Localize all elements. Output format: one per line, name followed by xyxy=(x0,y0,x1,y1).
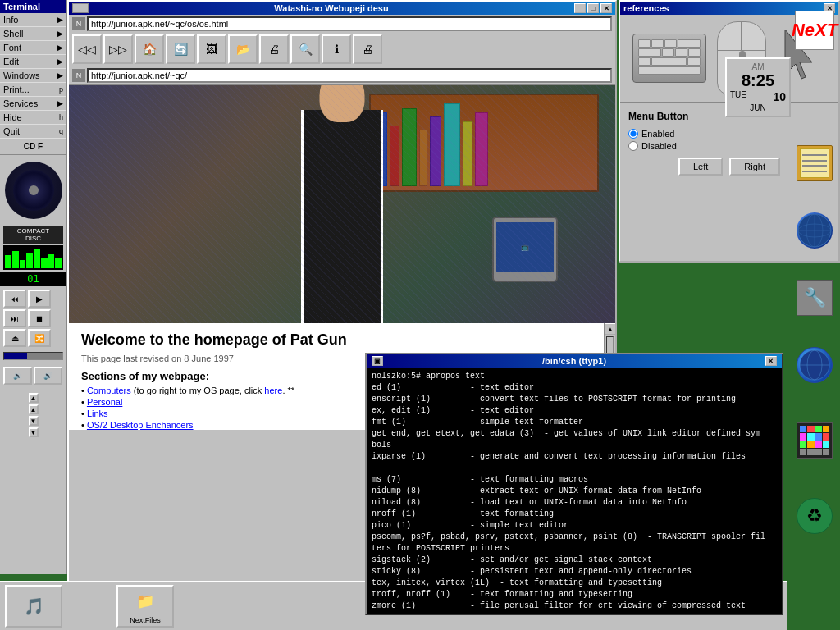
progress-bar[interactable] xyxy=(3,352,63,360)
clock-day: TUE xyxy=(730,90,746,103)
btn-reload[interactable]: 🔄 xyxy=(166,34,195,64)
windows-arrow: ▶ xyxy=(57,71,63,80)
menu-shell[interactable]: Shell ▶ xyxy=(0,27,66,41)
eq-display xyxy=(3,245,63,270)
prev-btn[interactable]: ⏮ xyxy=(3,290,26,308)
vol-up-btn[interactable]: 🔊 xyxy=(34,367,62,385)
menu-hide[interactable]: Hide h xyxy=(0,111,66,125)
scroll-up[interactable]: ▲ xyxy=(605,323,615,335)
scroll-mid2-btn[interactable]: ▼ xyxy=(29,416,39,426)
computers-link[interactable]: Computers xyxy=(87,386,131,395)
services-arrow: ▶ xyxy=(57,99,63,107)
next-icon[interactable]: NeXT xyxy=(792,2,837,59)
webpage-image: 📺 xyxy=(69,85,615,323)
tools-icon[interactable]: 🔧 xyxy=(792,269,837,326)
btn-info[interactable]: ℹ xyxy=(322,34,351,64)
browser-toolbar: ◁◁ ▷▷ 🏠 🔄 🖼 📂 🖨 🔍 xyxy=(69,33,615,66)
grid-icon[interactable] xyxy=(792,412,837,469)
close-btn[interactable]: ✕ xyxy=(600,3,612,13)
terminal-sidebar: Terminal Info ▶ Shell ▶ Font ▶ Edit ▶ Wi… xyxy=(0,0,67,574)
url-bar-2: N xyxy=(69,66,615,85)
scroll-mid-btn[interactable]: ▲ xyxy=(29,404,39,414)
shuffle-btn[interactable]: 🔀 xyxy=(28,329,51,347)
quit-shortcut: q xyxy=(59,127,63,135)
terminal-title: Terminal xyxy=(0,0,66,13)
right-button[interactable]: Right xyxy=(729,158,780,176)
clock-widget: AM 8:25 TUE 10 JUN xyxy=(725,57,791,117)
left-button[interactable]: Left xyxy=(678,158,723,176)
shell-window: ▣ /bin/csh (ttyp1) ✕ nolszko:5# apropos … xyxy=(365,353,783,615)
btn-images[interactable]: 🖼 xyxy=(197,34,226,64)
scroll-up-btn[interactable]: ▲ xyxy=(29,393,39,403)
btn-open[interactable]: 📂 xyxy=(228,34,258,64)
minimize-btn[interactable]: _ xyxy=(574,3,586,13)
btn-find[interactable]: 🔍 xyxy=(290,34,320,64)
hide-shortcut: h xyxy=(59,113,63,121)
maximize-btn[interactable]: □ xyxy=(587,3,599,13)
links-link[interactable]: Links xyxy=(87,409,108,418)
menu-info[interactable]: Info ▶ xyxy=(0,13,66,27)
clock-time: 8:25 xyxy=(730,71,786,90)
trash-icon[interactable]: ♻ xyxy=(792,487,837,545)
btn-back[interactable]: ◁◁ xyxy=(72,34,102,64)
menu-windows[interactable]: Windows ▶ xyxy=(0,69,66,83)
clock-date: 10 xyxy=(773,90,786,103)
url-icon-2: N xyxy=(72,69,85,82)
btn-stop[interactable]: 🖨 xyxy=(353,34,382,64)
taskbar-item-2[interactable]: 📁 NextFiles xyxy=(116,585,174,628)
time-display: 01 xyxy=(0,272,66,286)
shell-controls: ✕ xyxy=(765,356,777,366)
titlebar-controls: _ □ ✕ xyxy=(574,3,612,13)
edit-arrow: ▶ xyxy=(57,57,63,66)
url-input-2[interactable] xyxy=(87,68,612,83)
menu-font[interactable]: Font ▶ xyxy=(0,41,66,55)
globe-icon-2[interactable] xyxy=(792,336,837,394)
desktop: Terminal Info ▶ Shell ▶ Font ▶ Edit ▶ Wi… xyxy=(0,0,840,630)
scroll-down-btn[interactable]: ▼ xyxy=(29,427,39,437)
font-arrow: ▶ xyxy=(57,43,63,52)
os2-link[interactable]: OS/2 Desktop Enchancers xyxy=(87,420,194,430)
enabled-radio[interactable] xyxy=(628,129,638,139)
svg-text:N: N xyxy=(76,71,82,80)
pref-title: references xyxy=(623,3,669,13)
progress-fill xyxy=(4,353,27,359)
url-icon-1: N xyxy=(72,17,85,30)
stop-btn[interactable]: ⏹ xyxy=(28,309,51,327)
play-btn[interactable]: ▶ xyxy=(28,290,51,308)
shell-menu-btn[interactable]: ▣ xyxy=(372,356,383,366)
globe-icon[interactable] xyxy=(792,202,837,259)
vol-down-btn[interactable]: 🔉 xyxy=(3,367,32,385)
shell-close-btn[interactable]: ✕ xyxy=(765,356,777,366)
url-bar-1: N xyxy=(69,15,615,33)
shell-content[interactable]: nolszko:5# apropos text ed (1) - text ed… xyxy=(367,368,782,610)
shell-arrow: ▶ xyxy=(57,30,63,38)
eject-btn[interactable]: ⏏ xyxy=(3,329,26,347)
browser-title-left xyxy=(72,3,89,13)
shell-titlebar: ▣ /bin/csh (ttyp1) ✕ xyxy=(367,354,782,368)
clock-month: JUN xyxy=(730,103,786,112)
btn-home[interactable]: 🏠 xyxy=(135,34,164,64)
taskbar-label-2: NextFiles xyxy=(130,616,161,624)
browser-titlebar: Watashi-no Webupeji desu _ □ ✕ xyxy=(69,2,615,15)
menu-services[interactable]: Services ▶ xyxy=(0,97,66,111)
taskbar-item-1[interactable]: 🎵 xyxy=(5,585,62,628)
browser-title: Watashi-no Webupeji desu xyxy=(274,3,388,13)
btn-print[interactable]: 🖨 xyxy=(259,34,289,64)
keyboard-image xyxy=(632,34,706,83)
btn-forward[interactable]: ▷▷ xyxy=(103,34,133,64)
info-arrow: ▶ xyxy=(57,16,63,24)
taskbar-icon-2: 📁 xyxy=(132,588,158,614)
menu-edit[interactable]: Edit ▶ xyxy=(0,55,66,69)
right-icons: NeXT xyxy=(791,0,840,630)
here-link[interactable]: here xyxy=(264,386,282,395)
next-btn[interactable]: ⏭ xyxy=(3,309,26,327)
disabled-radio[interactable] xyxy=(628,141,638,151)
notebook-icon-1[interactable] xyxy=(792,135,837,192)
url-input-1[interactable] xyxy=(87,16,612,31)
enabled-label: Enabled xyxy=(641,129,674,139)
cd-section: CD F xyxy=(0,139,66,155)
menu-quit[interactable]: Quit q xyxy=(0,125,66,139)
disabled-label: Disabled xyxy=(641,141,677,151)
menu-print[interactable]: Print... p xyxy=(0,83,66,97)
personal-link[interactable]: Personal xyxy=(87,397,122,407)
